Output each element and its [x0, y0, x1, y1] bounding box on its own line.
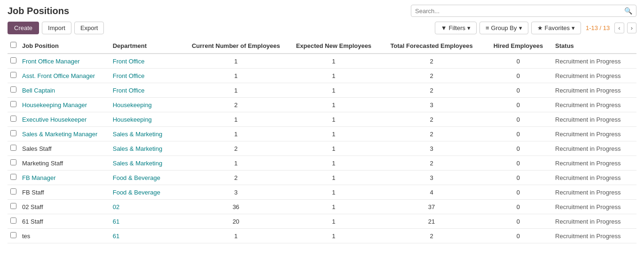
- row-checkbox[interactable]: [10, 188, 16, 194]
- cell-hired-employees: 0: [484, 200, 552, 214]
- cell-hired-employees: 0: [484, 171, 552, 185]
- table-row: 02 Staff02361370Recruitment in Progress: [8, 200, 636, 214]
- cell-job-position[interactable]: Bell Captain: [19, 83, 110, 98]
- cell-department[interactable]: Sales & Marketing: [110, 127, 183, 141]
- department-link[interactable]: 61: [113, 218, 119, 225]
- toolbar-right: ▼ Filters ▾ ≡ Group By ▾ ★ Favorites ▾ 1…: [435, 22, 636, 34]
- groupby-dropdown-icon: ▾: [519, 24, 522, 31]
- department-link[interactable]: 61: [113, 233, 119, 240]
- col-header-total-employees: Total Forecasted Employees: [379, 38, 484, 54]
- cell-department[interactable]: Housekeeping: [110, 98, 183, 112]
- cell-hired-employees: 0: [484, 69, 552, 83]
- select-all-header[interactable]: [8, 38, 19, 54]
- row-checkbox-cell[interactable]: [8, 141, 19, 156]
- cell-department[interactable]: 61: [110, 229, 183, 243]
- job-position-link[interactable]: Asst. Front Office Manager: [22, 72, 95, 79]
- cell-department[interactable]: 02: [110, 200, 183, 214]
- department-link[interactable]: Sales & Marketing: [113, 160, 163, 167]
- row-checkbox-cell[interactable]: [8, 69, 19, 83]
- row-checkbox[interactable]: [10, 86, 16, 93]
- row-checkbox[interactable]: [10, 57, 16, 63]
- search-input[interactable]: [415, 8, 624, 15]
- select-all-checkbox[interactable]: [10, 42, 16, 48]
- cell-job-position[interactable]: Sales & Marketing Manager: [19, 127, 110, 141]
- filters-button[interactable]: ▼ Filters ▾: [435, 22, 477, 34]
- cell-department[interactable]: Housekeeping: [110, 112, 183, 127]
- row-checkbox[interactable]: [10, 218, 16, 224]
- job-positions-table: Job Position Department Current Number o…: [8, 38, 636, 243]
- prev-page-button[interactable]: ‹: [614, 23, 624, 33]
- cell-department[interactable]: Food & Beverage: [110, 185, 183, 200]
- job-position-link[interactable]: Front Office Manager: [22, 58, 80, 65]
- row-checkbox[interactable]: [10, 72, 16, 78]
- row-checkbox-cell[interactable]: [8, 214, 19, 229]
- row-checkbox[interactable]: [10, 145, 16, 151]
- cell-current-employees: 1: [183, 83, 288, 98]
- table-row: Sales StaffSales & Marketing2130Recruitm…: [8, 141, 636, 156]
- export-button[interactable]: Export: [74, 22, 104, 34]
- cell-current-employees: 2: [183, 98, 288, 112]
- department-link[interactable]: Housekeeping: [113, 116, 152, 123]
- row-checkbox-cell[interactable]: [8, 127, 19, 141]
- cell-total-employees: 2: [379, 229, 484, 243]
- favorites-button[interactable]: ★ Favorites ▾: [531, 22, 581, 34]
- row-checkbox[interactable]: [10, 159, 16, 165]
- job-position-link[interactable]: Housekeeping Manager: [22, 101, 87, 109]
- cell-department[interactable]: Front Office: [110, 83, 183, 98]
- department-link[interactable]: Front Office: [113, 87, 145, 94]
- cell-total-employees: 2: [379, 127, 484, 141]
- table-header-row: Job Position Department Current Number o…: [8, 38, 636, 54]
- department-link[interactable]: Sales & Marketing: [113, 131, 163, 138]
- cell-department[interactable]: 61: [110, 214, 183, 229]
- job-position-link[interactable]: FB Manager: [22, 174, 56, 181]
- cell-expected-employees: 1: [289, 98, 379, 112]
- cell-expected-employees: 1: [289, 141, 379, 156]
- cell-job-position: Sales Staff: [19, 141, 110, 156]
- cell-department[interactable]: Food & Beverage: [110, 171, 183, 185]
- row-checkbox-cell[interactable]: [8, 54, 19, 69]
- row-checkbox[interactable]: [10, 116, 16, 122]
- cell-department[interactable]: Front Office: [110, 69, 183, 83]
- cell-job-position[interactable]: FB Manager: [19, 171, 110, 185]
- col-header-status: Status: [552, 38, 636, 54]
- department-link[interactable]: Food & Beverage: [113, 189, 160, 196]
- department-link[interactable]: Sales & Marketing: [113, 145, 163, 152]
- cell-department[interactable]: Sales & Marketing: [110, 141, 183, 156]
- row-checkbox-cell[interactable]: [8, 185, 19, 200]
- row-checkbox[interactable]: [10, 101, 16, 107]
- job-position-link[interactable]: Sales & Marketing Manager: [22, 131, 97, 138]
- cell-total-employees: 2: [379, 69, 484, 83]
- department-link[interactable]: Front Office: [113, 72, 145, 79]
- cell-expected-employees: 1: [289, 112, 379, 127]
- cell-department[interactable]: Sales & Marketing: [110, 156, 183, 171]
- cell-job-position[interactable]: Housekeeping Manager: [19, 98, 110, 112]
- department-link[interactable]: Food & Beverage: [113, 174, 160, 181]
- department-link[interactable]: Housekeeping: [113, 101, 152, 109]
- department-link[interactable]: 02: [113, 203, 119, 210]
- cell-job-position[interactable]: Front Office Manager: [19, 54, 110, 69]
- groupby-button[interactable]: ≡ Group By ▾: [479, 22, 528, 34]
- row-checkbox[interactable]: [10, 174, 16, 180]
- row-checkbox-cell[interactable]: [8, 112, 19, 127]
- row-checkbox-cell[interactable]: [8, 98, 19, 112]
- cell-current-employees: 1: [183, 69, 288, 83]
- job-position-link[interactable]: Executive Housekeeper: [22, 116, 86, 123]
- row-checkbox-cell[interactable]: [8, 156, 19, 171]
- row-checkbox[interactable]: [10, 130, 16, 136]
- row-checkbox-cell[interactable]: [8, 171, 19, 185]
- row-checkbox[interactable]: [10, 232, 16, 238]
- row-checkbox-cell[interactable]: [8, 200, 19, 214]
- cell-department[interactable]: Front Office: [110, 54, 183, 69]
- cell-job-position[interactable]: Asst. Front Office Manager: [19, 69, 110, 83]
- cell-job-position[interactable]: Executive Housekeeper: [19, 112, 110, 127]
- create-button[interactable]: Create: [8, 22, 39, 34]
- cell-current-employees: 1: [183, 112, 288, 127]
- cell-status: Recruitment in Progress: [552, 200, 636, 214]
- import-button[interactable]: Import: [42, 22, 71, 34]
- row-checkbox-cell[interactable]: [8, 83, 19, 98]
- row-checkbox[interactable]: [10, 203, 16, 209]
- row-checkbox-cell[interactable]: [8, 229, 19, 243]
- next-page-button[interactable]: ›: [627, 23, 636, 33]
- department-link[interactable]: Front Office: [113, 58, 145, 65]
- job-position-link[interactable]: Bell Captain: [22, 87, 55, 94]
